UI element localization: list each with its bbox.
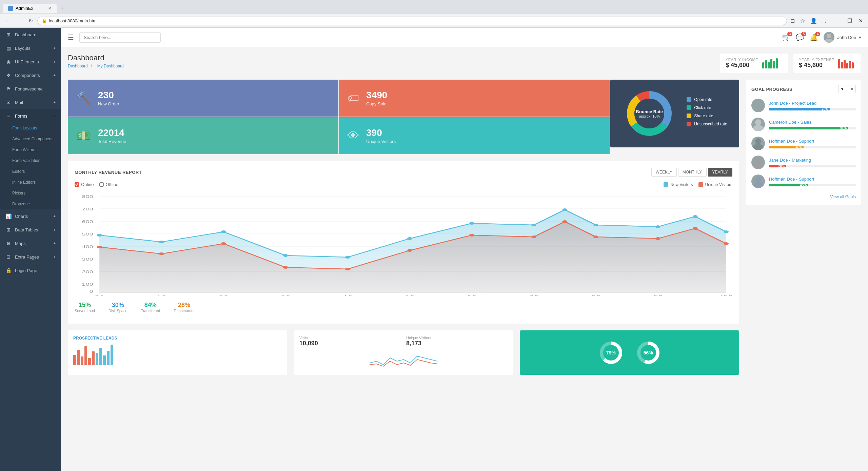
unsub-rate-label: Unsubscribed rate xyxy=(694,122,727,126)
address-bar[interactable]: 🔒 localhost:8080/main.html xyxy=(37,17,787,25)
sidebar-sub-validation[interactable]: Form Validation xyxy=(0,155,61,166)
maximize-btn[interactable]: ❐ xyxy=(845,16,854,25)
goal-info-2: Hoffman Doe - Support 40% xyxy=(769,139,856,148)
yearly-filter-btn[interactable]: YEARLY xyxy=(708,168,732,177)
donut-mini-1: 79% xyxy=(597,339,625,366)
leads-bar xyxy=(103,355,106,365)
login-icon: 🔒 xyxy=(5,268,12,273)
cart-badge: 3 xyxy=(787,32,793,36)
donut-sub: approx. 10% xyxy=(636,114,663,118)
shopping-cart-btn[interactable]: 🛒 3 xyxy=(782,33,790,41)
legend-unsub-rate: Unsubscribed rate xyxy=(687,122,727,126)
forward-btn[interactable]: → xyxy=(14,16,24,25)
browser-tabs: AdminEx ✕ + xyxy=(0,0,868,14)
monthly-filter-btn[interactable]: MONTHLY xyxy=(678,168,707,177)
svg-point-63 xyxy=(724,242,729,245)
sidebar-item-forms[interactable]: ≡ Forms − xyxy=(0,109,61,123)
offline-check[interactable] xyxy=(99,182,104,187)
sub-label-dropzone: Dropzone xyxy=(12,202,30,206)
donut-chart: Bounce Rate approx. 10% xyxy=(622,86,676,141)
goal-bar-label-2: 40% xyxy=(795,145,802,149)
goal-bar-bg-0: 70% xyxy=(769,108,856,110)
sidebar-sub-editors[interactable]: Editors xyxy=(0,166,61,177)
sidebar-sub-pickers[interactable]: Pickers xyxy=(0,188,61,199)
sub-label-form-layouts: Form Layouts xyxy=(12,126,37,130)
sidebar-item-charts[interactable]: 📊 Charts + xyxy=(0,209,61,223)
online-check[interactable] xyxy=(75,182,79,187)
close-tab-btn[interactable]: ✕ xyxy=(48,6,52,11)
sidebar-item-mail[interactable]: ✉ Mail + xyxy=(0,96,61,109)
active-tab[interactable]: AdminEx ✕ xyxy=(3,4,57,13)
leads-bar xyxy=(88,358,91,365)
notifications-btn[interactable]: 🔔 4 xyxy=(810,33,818,41)
messages-btn[interactable]: 💬 5 xyxy=(796,33,804,41)
weekly-filter-btn[interactable]: WEEKLY xyxy=(651,168,677,177)
expense-bar xyxy=(844,60,846,68)
svg-marker-37 xyxy=(99,210,726,293)
expense-bar xyxy=(841,62,843,68)
sidebar-sub-form-layouts[interactable]: Form Layouts xyxy=(0,123,61,134)
svg-text:10.0: 10.0 xyxy=(720,295,732,296)
online-checkbox[interactable]: Online xyxy=(75,182,94,187)
view-all-goals-link[interactable]: View all Goals xyxy=(830,194,856,199)
expand-icon-comp: + xyxy=(54,73,56,77)
goal-bar-fill-0: 70% xyxy=(769,108,830,110)
profile-btn[interactable]: 👤 xyxy=(809,16,818,25)
content-area: Dashboard Dashboard / My Dashboard YEARL… xyxy=(61,47,868,471)
sidebar-item-ui-elements[interactable]: ◉ UI Elements + xyxy=(0,55,61,68)
forms-section: ≡ Forms − Form Layouts Advanced Componen… xyxy=(0,109,61,209)
svg-text:700: 700 xyxy=(82,207,93,211)
sidebar-sub-wizards[interactable]: Form Wizards xyxy=(0,144,61,155)
transferred-desc: Transferred xyxy=(141,309,160,313)
cast-btn[interactable]: ⊡ xyxy=(789,16,796,25)
new-tab-btn[interactable]: + xyxy=(57,3,67,14)
sidebar-item-maps[interactable]: ⊕ Maps + xyxy=(0,237,61,250)
breadcrumb-home[interactable]: Dashboard xyxy=(68,64,88,68)
expense-bar xyxy=(849,61,851,68)
offline-checkbox[interactable]: Offline xyxy=(99,182,118,187)
refresh-btn[interactable]: ↻ xyxy=(26,16,35,25)
user-avatar xyxy=(824,32,834,43)
chart-header: MONTHLY REVENUE REPORT WEEKLY MONTHLY YE… xyxy=(75,168,732,177)
goal-close-btn[interactable]: ✕ xyxy=(848,85,856,93)
svg-point-77 xyxy=(753,182,764,188)
more-btn[interactable]: ⋮ xyxy=(821,16,829,25)
sidebar-sub-inline-editors[interactable]: Inline Editors xyxy=(0,177,61,188)
sidebar-item-extra-pages[interactable]: ⊡ Extra Pages + xyxy=(0,250,61,264)
goal-card-actions: ▾ ✕ xyxy=(838,85,856,93)
close-btn[interactable]: ✕ xyxy=(856,16,865,25)
sidebar-item-login[interactable]: 🔒 Login Page xyxy=(0,264,61,277)
sidebar-item-dashboard[interactable]: ⊞ Dashboard xyxy=(0,28,61,41)
chart-filters: WEEKLY MONTHLY YEARLY xyxy=(651,168,732,177)
sidebar-item-layouts[interactable]: ▤ Layouts + xyxy=(0,41,61,55)
disk-space-desc: Disk Space xyxy=(108,309,127,313)
minimize-btn[interactable]: — xyxy=(834,16,844,25)
visits-metric: Visits 10,090 xyxy=(299,336,401,347)
leads-title-text: PROSPECTIVE xyxy=(73,336,102,341)
disk-space-pct: 30% xyxy=(108,302,127,309)
goal-minimize-btn[interactable]: ▾ xyxy=(838,85,846,93)
bookmark-btn[interactable]: ☆ xyxy=(799,16,806,25)
income-label: YEARLY INCOME xyxy=(726,58,758,62)
copy-sold-label: Copy Sold xyxy=(366,101,387,106)
goal-info-4: Hoffman Doe - Support 45% xyxy=(769,177,856,186)
teal-donut-card: 79% 56% xyxy=(520,330,739,375)
goal-name-1: Cameron Doe - Sales xyxy=(769,120,856,125)
sidebar-sub-dropzone[interactable]: Dropzone xyxy=(0,199,61,209)
sidebar-item-fontawesome[interactable]: ⚑ Fontawesome xyxy=(0,82,61,96)
tab-favicon xyxy=(8,6,13,11)
app-wrapper: ⊞ Dashboard ▤ Layouts + ◉ UI Elements + … xyxy=(0,28,868,471)
menu-toggle-btn[interactable]: ☰ xyxy=(68,33,74,41)
sidebar-item-data-tables[interactable]: ⊞ Data Tables + xyxy=(0,223,61,237)
dashboard-icon: ⊞ xyxy=(5,32,12,37)
user-menu[interactable]: John Doe ▾ xyxy=(824,32,861,43)
legend-unique-visitors: Unique Visitors xyxy=(698,182,732,187)
search-input[interactable] xyxy=(79,32,161,43)
stat-card-new-order: 🔨 230 New Order xyxy=(68,80,338,117)
sidebar-sub-advanced[interactable]: Advanced Components xyxy=(0,134,61,144)
sidebar-item-components[interactable]: ❖ Components + xyxy=(0,68,61,82)
svg-point-57 xyxy=(469,234,474,237)
svg-text:0.0: 0.0 xyxy=(95,295,103,296)
open-rate-label: Open rate xyxy=(694,97,712,102)
back-btn[interactable]: ← xyxy=(3,16,12,25)
